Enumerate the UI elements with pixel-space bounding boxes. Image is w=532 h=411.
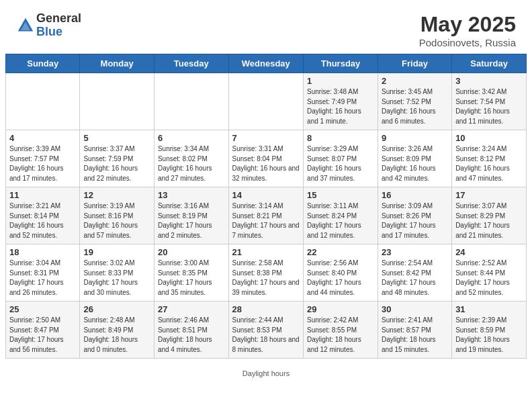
calendar-cell: 9Sunrise: 3:26 AM Sunset: 8:09 PM Daylig… bbox=[378, 130, 452, 187]
day-number: 29 bbox=[307, 304, 374, 314]
day-number: 19 bbox=[83, 247, 150, 257]
weekday-header: Friday bbox=[378, 54, 452, 73]
weekday-header: Sunday bbox=[6, 54, 80, 73]
day-info: Sunrise: 3:11 AM Sunset: 8:24 PM Dayligh… bbox=[307, 201, 374, 240]
calendar-cell: 4Sunrise: 3:39 AM Sunset: 7:57 PM Daylig… bbox=[6, 130, 80, 187]
day-number: 28 bbox=[232, 304, 300, 314]
weekday-header: Monday bbox=[80, 54, 154, 73]
calendar-cell: 25Sunrise: 2:50 AM Sunset: 8:47 PM Dayli… bbox=[6, 302, 80, 359]
day-number: 9 bbox=[382, 133, 448, 143]
calendar-week-row: 11Sunrise: 3:21 AM Sunset: 8:14 PM Dayli… bbox=[6, 187, 527, 244]
day-info: Sunrise: 2:56 AM Sunset: 8:40 PM Dayligh… bbox=[307, 259, 374, 298]
calendar-cell: 15Sunrise: 3:11 AM Sunset: 8:24 PM Dayli… bbox=[304, 187, 378, 244]
logo: General Blue bbox=[16, 12, 81, 39]
calendar-cell: 22Sunrise: 2:56 AM Sunset: 8:40 PM Dayli… bbox=[304, 244, 378, 302]
day-number: 20 bbox=[158, 247, 225, 257]
day-number: 2 bbox=[382, 76, 448, 86]
calendar-cell: 11Sunrise: 3:21 AM Sunset: 8:14 PM Dayli… bbox=[6, 187, 80, 244]
day-number: 7 bbox=[232, 133, 300, 143]
day-info: Sunrise: 3:24 AM Sunset: 8:12 PM Dayligh… bbox=[455, 144, 523, 183]
day-number: 4 bbox=[9, 133, 76, 143]
calendar-cell: 29Sunrise: 2:42 AM Sunset: 8:55 PM Dayli… bbox=[304, 302, 378, 359]
day-info: Sunrise: 3:02 AM Sunset: 8:33 PM Dayligh… bbox=[83, 259, 150, 298]
calendar-cell: 7Sunrise: 3:31 AM Sunset: 8:04 PM Daylig… bbox=[228, 130, 304, 187]
calendar-body: 1Sunrise: 3:48 AM Sunset: 7:49 PM Daylig… bbox=[6, 73, 527, 359]
day-number: 21 bbox=[232, 247, 300, 257]
daylight-label: Daylight hours bbox=[242, 369, 290, 377]
day-number: 31 bbox=[455, 304, 523, 314]
calendar-cell: 23Sunrise: 2:54 AM Sunset: 8:42 PM Dayli… bbox=[378, 244, 452, 302]
calendar-cell: 27Sunrise: 2:46 AM Sunset: 8:51 PM Dayli… bbox=[154, 302, 228, 359]
day-info: Sunrise: 2:46 AM Sunset: 8:51 PM Dayligh… bbox=[158, 316, 225, 355]
calendar-cell: 10Sunrise: 3:24 AM Sunset: 8:12 PM Dayli… bbox=[452, 130, 527, 187]
calendar-week-row: 18Sunrise: 3:04 AM Sunset: 8:31 PM Dayli… bbox=[6, 244, 527, 302]
day-info: Sunrise: 3:00 AM Sunset: 8:35 PM Dayligh… bbox=[158, 259, 225, 298]
day-info: Sunrise: 3:48 AM Sunset: 7:49 PM Dayligh… bbox=[307, 87, 374, 126]
day-number: 26 bbox=[83, 304, 150, 314]
day-number: 22 bbox=[307, 247, 374, 257]
day-number: 23 bbox=[382, 247, 448, 257]
day-number: 25 bbox=[9, 304, 76, 314]
day-number: 18 bbox=[9, 247, 76, 257]
day-number: 15 bbox=[307, 190, 374, 200]
logo-text: General Blue bbox=[36, 12, 81, 39]
calendar-cell bbox=[80, 73, 154, 130]
calendar-cell: 20Sunrise: 3:00 AM Sunset: 8:35 PM Dayli… bbox=[154, 244, 228, 302]
calendar-cell: 6Sunrise: 3:34 AM Sunset: 8:02 PM Daylig… bbox=[154, 130, 228, 187]
footer-note: Daylight hours bbox=[0, 367, 532, 379]
day-number: 3 bbox=[455, 76, 523, 86]
calendar-cell bbox=[154, 73, 228, 130]
day-info: Sunrise: 3:34 AM Sunset: 8:02 PM Dayligh… bbox=[158, 144, 225, 183]
calendar-cell: 28Sunrise: 2:44 AM Sunset: 8:53 PM Dayli… bbox=[228, 302, 304, 359]
header: General Blue May 2025 Podosinovets, Russ… bbox=[0, 0, 532, 54]
day-info: Sunrise: 3:42 AM Sunset: 7:54 PM Dayligh… bbox=[455, 87, 523, 126]
day-info: Sunrise: 3:29 AM Sunset: 8:07 PM Dayligh… bbox=[307, 144, 374, 183]
day-info: Sunrise: 3:26 AM Sunset: 8:09 PM Dayligh… bbox=[382, 144, 448, 183]
day-info: Sunrise: 2:39 AM Sunset: 8:59 PM Dayligh… bbox=[455, 316, 523, 355]
day-info: Sunrise: 3:19 AM Sunset: 8:16 PM Dayligh… bbox=[83, 201, 150, 240]
weekday-header: Tuesday bbox=[154, 54, 228, 73]
day-info: Sunrise: 3:37 AM Sunset: 7:59 PM Dayligh… bbox=[83, 144, 150, 183]
day-number: 11 bbox=[9, 190, 76, 200]
day-info: Sunrise: 2:42 AM Sunset: 8:55 PM Dayligh… bbox=[307, 316, 374, 355]
day-info: Sunrise: 3:16 AM Sunset: 8:19 PM Dayligh… bbox=[158, 201, 225, 240]
day-number: 10 bbox=[455, 133, 523, 143]
calendar-cell: 8Sunrise: 3:29 AM Sunset: 8:07 PM Daylig… bbox=[304, 130, 378, 187]
calendar-cell: 5Sunrise: 3:37 AM Sunset: 7:59 PM Daylig… bbox=[80, 130, 154, 187]
day-number: 8 bbox=[307, 133, 374, 143]
calendar-cell: 26Sunrise: 2:48 AM Sunset: 8:49 PM Dayli… bbox=[80, 302, 154, 359]
day-number: 12 bbox=[83, 190, 150, 200]
weekday-header-row: SundayMondayTuesdayWednesdayThursdayFrid… bbox=[6, 54, 527, 73]
calendar-cell: 31Sunrise: 2:39 AM Sunset: 8:59 PM Dayli… bbox=[452, 302, 527, 359]
weekday-header: Saturday bbox=[452, 54, 527, 73]
calendar-table: SundayMondayTuesdayWednesdayThursdayFrid… bbox=[5, 54, 527, 359]
calendar-week-row: 25Sunrise: 2:50 AM Sunset: 8:47 PM Dayli… bbox=[6, 302, 527, 359]
calendar-cell: 13Sunrise: 3:16 AM Sunset: 8:19 PM Dayli… bbox=[154, 187, 228, 244]
calendar-wrap: SundayMondayTuesdayWednesdayThursdayFrid… bbox=[0, 54, 532, 367]
day-info: Sunrise: 3:14 AM Sunset: 8:21 PM Dayligh… bbox=[232, 201, 300, 240]
calendar-cell: 24Sunrise: 2:52 AM Sunset: 8:44 PM Dayli… bbox=[452, 244, 527, 302]
day-number: 5 bbox=[83, 133, 150, 143]
location: Podosinovets, Russia bbox=[419, 37, 516, 48]
calendar-header: SundayMondayTuesdayWednesdayThursdayFrid… bbox=[6, 54, 527, 73]
calendar-cell: 21Sunrise: 2:58 AM Sunset: 8:38 PM Dayli… bbox=[228, 244, 304, 302]
day-info: Sunrise: 2:48 AM Sunset: 8:49 PM Dayligh… bbox=[83, 316, 150, 355]
day-number: 16 bbox=[382, 190, 448, 200]
day-info: Sunrise: 3:04 AM Sunset: 8:31 PM Dayligh… bbox=[9, 259, 76, 298]
calendar-week-row: 4Sunrise: 3:39 AM Sunset: 7:57 PM Daylig… bbox=[6, 130, 527, 187]
day-number: 24 bbox=[455, 247, 523, 257]
calendar-cell: 16Sunrise: 3:09 AM Sunset: 8:26 PM Dayli… bbox=[378, 187, 452, 244]
calendar-cell: 3Sunrise: 3:42 AM Sunset: 7:54 PM Daylig… bbox=[452, 73, 527, 130]
weekday-header: Wednesday bbox=[228, 54, 304, 73]
month-year: May 2025 bbox=[419, 12, 516, 37]
calendar-cell: 18Sunrise: 3:04 AM Sunset: 8:31 PM Dayli… bbox=[6, 244, 80, 302]
day-number: 27 bbox=[158, 304, 225, 314]
day-number: 6 bbox=[158, 133, 225, 143]
day-info: Sunrise: 2:41 AM Sunset: 8:57 PM Dayligh… bbox=[382, 316, 448, 355]
calendar-week-row: 1Sunrise: 3:48 AM Sunset: 7:49 PM Daylig… bbox=[6, 73, 527, 130]
calendar-cell: 14Sunrise: 3:14 AM Sunset: 8:21 PM Dayli… bbox=[228, 187, 304, 244]
logo-icon bbox=[16, 16, 35, 35]
calendar-cell: 1Sunrise: 3:48 AM Sunset: 7:49 PM Daylig… bbox=[304, 73, 378, 130]
calendar-cell: 30Sunrise: 2:41 AM Sunset: 8:57 PM Dayli… bbox=[378, 302, 452, 359]
calendar-cell: 12Sunrise: 3:19 AM Sunset: 8:16 PM Dayli… bbox=[80, 187, 154, 244]
